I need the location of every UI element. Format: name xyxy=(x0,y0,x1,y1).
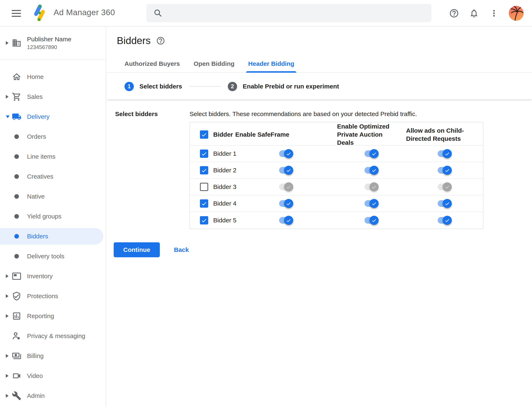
sidebar-item-sales[interactable]: Sales xyxy=(0,87,106,107)
expander-caret-icon[interactable] xyxy=(6,95,10,99)
bidder-name: Bidder 1 xyxy=(213,150,236,157)
step-1-indicator: 1 xyxy=(124,82,134,91)
sidebar-item-yield-groups[interactable]: Yield groups xyxy=(0,206,106,226)
account-avatar[interactable] xyxy=(509,6,524,21)
main-content: Bidders Authorized Buyers Open Bidding H… xyxy=(107,27,532,407)
step-2-label: Enable Prebid or run experiment xyxy=(243,83,339,90)
sidebar-item-delivery-tools[interactable]: Delivery tools xyxy=(0,246,106,266)
row-select-checkbox[interactable] xyxy=(200,166,208,174)
collapse-caret-icon[interactable] xyxy=(6,116,10,118)
delivery-truck-icon xyxy=(12,112,22,122)
publisher-network-id: 1234567890 xyxy=(27,44,71,50)
home-icon xyxy=(12,72,22,82)
sidebar-item-orders[interactable]: Orders xyxy=(0,127,106,147)
back-link[interactable]: Back xyxy=(170,246,193,253)
continue-button[interactable]: Continue xyxy=(114,242,160,257)
search-icon xyxy=(153,8,162,18)
bullet-icon xyxy=(12,251,22,261)
expander-caret-icon[interactable] xyxy=(6,394,10,398)
bidder-name: Bidder 4 xyxy=(213,200,236,207)
shopping-cart-icon xyxy=(12,92,22,102)
sidebar-item-creatives[interactable]: Creatives xyxy=(0,166,106,187)
optimized-deals-toggle[interactable] xyxy=(364,199,379,208)
child-directed-toggle[interactable] xyxy=(438,149,452,158)
safeframe-toggle[interactable] xyxy=(279,182,293,191)
tab-open-bidding[interactable]: Open Bidding xyxy=(194,60,235,72)
row-select-checkbox[interactable] xyxy=(200,199,208,208)
column-header-child-directed: Allow ads on Child-Directed Requests xyxy=(406,126,483,143)
tab-bar: Authorized Buyers Open Bidding Header Bi… xyxy=(107,60,532,73)
search-bar[interactable] xyxy=(146,4,431,22)
section-label: Select bidders xyxy=(115,110,158,117)
sidebar-item-home[interactable]: Home xyxy=(0,67,106,87)
sidebar-item-reporting[interactable]: Reporting xyxy=(0,306,106,326)
network-switcher[interactable]: Publisher Name 1234567890 xyxy=(0,27,106,60)
sidebar-item-privacy-messaging[interactable]: Privacy & messaging xyxy=(0,326,106,346)
row-select-checkbox[interactable] xyxy=(200,149,208,158)
expander-caret-icon[interactable] xyxy=(6,41,10,45)
tab-authorized-buyers[interactable]: Authorized Buyers xyxy=(124,60,180,72)
bullet-icon xyxy=(12,211,22,221)
child-directed-toggle[interactable] xyxy=(438,199,452,208)
row-select-checkbox[interactable] xyxy=(200,216,208,225)
table-row: Bidder 3 xyxy=(190,179,483,196)
column-header-safeframe: Enable SafeFrame xyxy=(235,130,337,139)
table-row: Bidder 5 xyxy=(190,212,483,229)
bidders-table: Bidder Enable SafeFrame Enable Optimized… xyxy=(190,122,483,229)
notifications-bell-icon[interactable] xyxy=(469,8,479,18)
publisher-name: Publisher Name xyxy=(27,36,71,43)
safeframe-toggle[interactable] xyxy=(279,199,293,208)
child-directed-toggle[interactable] xyxy=(438,216,452,225)
sidebar-item-line-items[interactable]: Line items xyxy=(0,147,106,166)
sidebar-item-protections[interactable]: Protections xyxy=(0,286,106,306)
optimized-deals-toggle[interactable] xyxy=(364,149,379,158)
bullet-icon xyxy=(12,152,22,162)
row-select-checkbox[interactable] xyxy=(200,183,208,191)
optimized-deals-toggle[interactable] xyxy=(364,182,379,191)
person-privacy-icon xyxy=(12,331,22,341)
expander-caret-icon[interactable] xyxy=(6,314,10,318)
child-directed-toggle[interactable] xyxy=(438,182,452,191)
page-help-icon[interactable] xyxy=(156,36,165,45)
bidder-name: Bidder 2 xyxy=(213,167,236,174)
bullet-icon xyxy=(12,132,22,142)
stepper-connector xyxy=(189,86,221,86)
hamburger-menu-icon[interactable] xyxy=(12,8,23,19)
sidebar-item-inventory[interactable]: Inventory xyxy=(0,266,106,286)
wizard-stepper: 1 Select bidders 2 Enable Prebid or run … xyxy=(107,73,532,100)
top-app-bar: Ad Manager 360 xyxy=(0,0,532,27)
column-header-optimized-deals: Enable Optimized Private Auction Deals xyxy=(337,122,406,147)
tab-header-bidding[interactable]: Header Bidding xyxy=(248,60,294,72)
expander-caret-icon[interactable] xyxy=(6,294,10,298)
bullet-icon xyxy=(12,172,22,181)
child-directed-toggle[interactable] xyxy=(438,166,452,175)
help-icon[interactable] xyxy=(449,8,459,18)
more-options-kebab-icon[interactable] xyxy=(489,8,499,18)
step-2-indicator: 2 xyxy=(228,82,237,91)
sidebar-item-admin[interactable]: Admin xyxy=(0,386,106,406)
select-all-checkbox[interactable] xyxy=(200,130,208,139)
optimized-deals-toggle[interactable] xyxy=(364,166,379,175)
expander-caret-icon[interactable] xyxy=(6,274,10,278)
expander-caret-icon[interactable] xyxy=(6,354,10,358)
safeframe-toggle[interactable] xyxy=(279,216,293,225)
safeframe-toggle[interactable] xyxy=(279,149,293,158)
wrench-icon xyxy=(12,391,22,401)
sidebar-item-bidders[interactable]: Bidders xyxy=(0,228,103,245)
shield-check-icon xyxy=(12,291,22,301)
bidder-name: Bidder 3 xyxy=(213,183,236,190)
videocam-icon xyxy=(12,371,22,381)
building-icon xyxy=(12,38,22,48)
sidebar-item-video[interactable]: Video xyxy=(0,366,106,386)
search-input[interactable] xyxy=(168,9,431,17)
page-title: Bidders xyxy=(117,35,151,46)
safeframe-toggle[interactable] xyxy=(279,166,293,175)
expander-caret-icon[interactable] xyxy=(6,374,10,378)
section-description: Select bidders. These recommendations ar… xyxy=(190,110,417,117)
sidebar-item-billing[interactable]: Billing xyxy=(0,346,106,366)
app-title: Ad Manager 360 xyxy=(54,8,115,17)
sidebar-item-delivery[interactable]: Delivery xyxy=(0,107,106,127)
optimized-deals-toggle[interactable] xyxy=(364,216,379,225)
bar-chart-icon xyxy=(12,311,22,321)
sidebar-item-native[interactable]: Native xyxy=(0,187,106,206)
